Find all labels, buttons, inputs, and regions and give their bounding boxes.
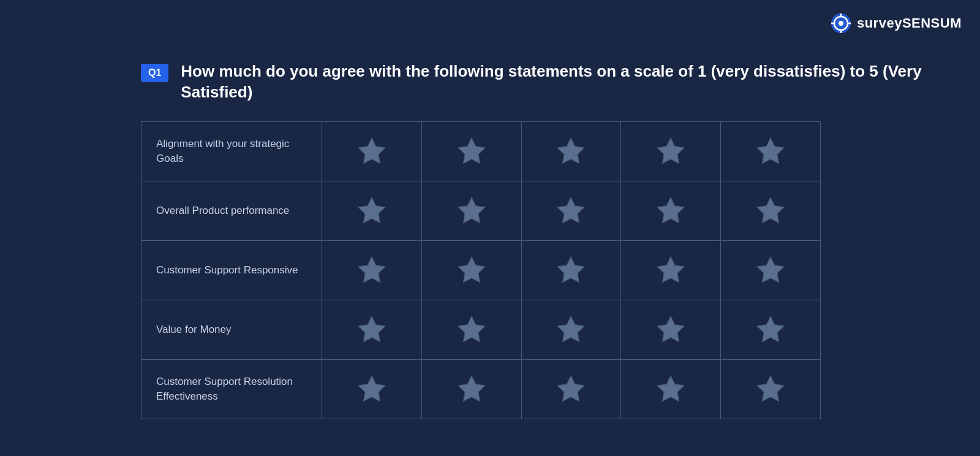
star-icon xyxy=(755,195,786,227)
logo-icon xyxy=(830,12,852,34)
star-cell-4-4[interactable] xyxy=(721,360,820,419)
star-cell-0-3[interactable] xyxy=(621,122,721,181)
row-label-0: Alignment with your strategic Goals xyxy=(141,121,322,181)
row-stars-3 xyxy=(322,300,821,359)
star-icon xyxy=(755,135,786,167)
star-cell-0-2[interactable] xyxy=(522,122,622,181)
star-icon xyxy=(356,254,388,286)
svg-marker-18 xyxy=(458,257,484,282)
star-cell-4-3[interactable] xyxy=(621,360,721,419)
star-cell-0-1[interactable] xyxy=(422,122,522,181)
star-icon xyxy=(456,373,488,405)
svg-marker-20 xyxy=(658,257,684,282)
star-cell-1-2[interactable] xyxy=(522,181,622,240)
star-cell-3-3[interactable] xyxy=(621,300,721,359)
star-cell-3-4[interactable] xyxy=(721,300,820,359)
stars-container xyxy=(322,181,820,240)
svg-marker-28 xyxy=(458,376,484,401)
star-icon xyxy=(555,314,587,346)
svg-marker-12 xyxy=(358,197,385,222)
star-icon xyxy=(555,254,587,286)
question-header: Q1 How much do you agree with the follow… xyxy=(141,61,931,103)
logo-text-normal: survey xyxy=(857,15,902,31)
star-cell-2-4[interactable] xyxy=(721,241,820,300)
svg-marker-13 xyxy=(458,197,484,222)
svg-marker-7 xyxy=(358,138,385,163)
row-stars-0 xyxy=(322,121,821,181)
table-row: Value for Money xyxy=(141,300,821,359)
star-cell-0-4[interactable] xyxy=(721,122,820,181)
star-icon xyxy=(356,373,388,405)
star-cell-4-2[interactable] xyxy=(522,360,622,419)
star-icon xyxy=(356,195,388,227)
row-stars-1 xyxy=(322,181,821,240)
row-label-2: Customer Support Responsive xyxy=(141,240,322,300)
stars-container xyxy=(322,360,820,419)
svg-marker-19 xyxy=(558,257,584,282)
question-text: How much do you agree with the following… xyxy=(181,61,931,103)
svg-marker-25 xyxy=(658,316,684,341)
table-row: Customer Support Responsive xyxy=(141,240,821,300)
star-cell-4-1[interactable] xyxy=(422,360,522,419)
star-icon xyxy=(456,195,488,227)
star-cell-3-1[interactable] xyxy=(422,300,522,359)
svg-marker-24 xyxy=(558,316,584,341)
row-label-1: Overall Product performance xyxy=(141,181,322,240)
svg-marker-27 xyxy=(358,376,385,401)
star-cell-2-0[interactable] xyxy=(322,241,422,300)
star-cell-3-0[interactable] xyxy=(322,300,422,359)
star-icon xyxy=(356,135,388,167)
star-cell-2-1[interactable] xyxy=(422,241,522,300)
star-cell-0-0[interactable] xyxy=(322,122,422,181)
svg-marker-23 xyxy=(458,316,484,341)
svg-marker-30 xyxy=(658,376,684,401)
stars-container xyxy=(322,241,820,300)
star-cell-4-0[interactable] xyxy=(322,360,422,419)
svg-marker-10 xyxy=(658,138,684,163)
star-cell-1-3[interactable] xyxy=(621,181,721,240)
star-icon xyxy=(655,373,687,405)
star-icon xyxy=(456,135,488,167)
star-icon xyxy=(555,135,587,167)
star-cell-2-3[interactable] xyxy=(621,241,721,300)
svg-marker-29 xyxy=(558,376,584,401)
svg-marker-8 xyxy=(458,138,484,163)
svg-marker-14 xyxy=(558,197,584,222)
star-icon xyxy=(456,254,488,286)
star-icon xyxy=(655,254,687,286)
logo: surveySENSUM xyxy=(830,12,962,34)
rating-table: Alignment with your strategic GoalsOvera… xyxy=(141,121,821,419)
star-cell-2-2[interactable] xyxy=(522,241,622,300)
star-icon xyxy=(655,314,687,346)
star-icon xyxy=(356,314,388,346)
star-icon xyxy=(555,373,587,405)
svg-marker-31 xyxy=(757,376,783,401)
question-badge: Q1 xyxy=(141,64,168,82)
svg-marker-11 xyxy=(757,138,783,163)
row-stars-4 xyxy=(322,359,821,419)
star-icon xyxy=(555,195,587,227)
svg-marker-9 xyxy=(558,138,584,163)
stars-container xyxy=(322,122,820,181)
table-row: Customer Support Resolution Effectivenes… xyxy=(141,359,821,419)
star-icon xyxy=(755,254,786,286)
star-cell-1-1[interactable] xyxy=(422,181,522,240)
logo-text: surveySENSUM xyxy=(857,15,962,31)
star-icon xyxy=(755,373,786,405)
row-label-4: Customer Support Resolution Effectivenes… xyxy=(141,359,322,419)
logo-text-bold: SENSUM xyxy=(902,15,962,31)
svg-marker-22 xyxy=(358,316,385,341)
table-row: Overall Product performance xyxy=(141,181,821,240)
main-content: Q1 How much do you agree with the follow… xyxy=(141,61,931,419)
table-row: Alignment with your strategic Goals xyxy=(141,121,821,181)
svg-marker-16 xyxy=(757,197,783,222)
star-cell-3-2[interactable] xyxy=(522,300,622,359)
star-icon xyxy=(456,314,488,346)
stars-container xyxy=(322,300,820,359)
star-cell-1-4[interactable] xyxy=(721,181,820,240)
star-cell-1-0[interactable] xyxy=(322,181,422,240)
svg-marker-21 xyxy=(757,257,783,282)
row-label-3: Value for Money xyxy=(141,300,322,359)
svg-point-2 xyxy=(839,21,843,26)
svg-marker-26 xyxy=(757,316,783,341)
